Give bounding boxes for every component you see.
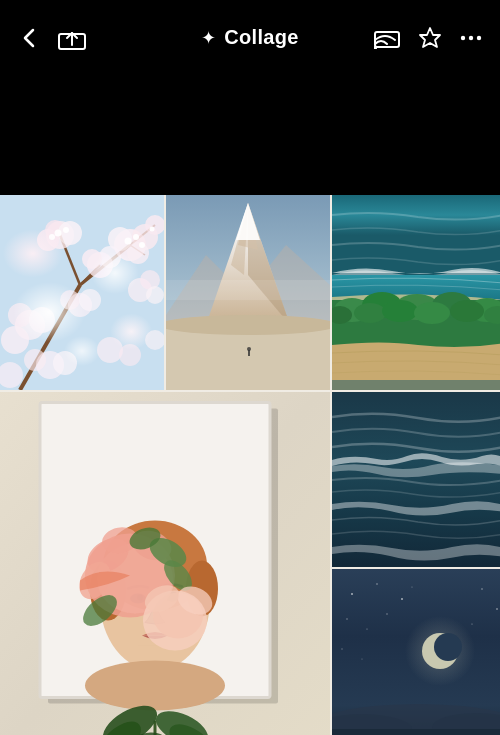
svg-point-83 <box>85 661 225 711</box>
svg-point-30 <box>1 326 29 354</box>
collage-cell-cherry-blossoms[interactable] <box>0 195 164 390</box>
svg-point-50 <box>150 227 155 232</box>
svg-point-43 <box>145 330 164 350</box>
svg-point-75 <box>450 300 484 322</box>
svg-point-34 <box>128 278 152 302</box>
svg-point-113 <box>351 593 353 595</box>
collage-cell-snowy-mountain[interactable] <box>166 195 330 390</box>
svg-point-122 <box>411 586 412 587</box>
page-title: Collage <box>224 26 298 49</box>
star-button[interactable] <box>418 26 442 50</box>
svg-point-115 <box>401 598 403 600</box>
svg-point-117 <box>366 628 367 629</box>
svg-rect-77 <box>332 380 500 390</box>
svg-point-120 <box>496 608 498 610</box>
cast-button[interactable] <box>374 27 400 49</box>
svg-point-119 <box>481 588 483 590</box>
svg-rect-62 <box>166 280 330 300</box>
sparkle-icon: ✦ <box>201 27 216 49</box>
svg-point-114 <box>376 583 378 585</box>
svg-point-27 <box>15 310 45 340</box>
upload-button[interactable] <box>58 26 86 50</box>
svg-point-39 <box>53 351 77 375</box>
svg-rect-8 <box>0 195 164 390</box>
svg-point-74 <box>414 302 450 324</box>
svg-line-14 <box>130 245 145 255</box>
svg-point-123 <box>341 648 343 650</box>
svg-point-59 <box>166 315 330 335</box>
svg-point-31 <box>68 293 92 317</box>
top-bar-left <box>18 26 86 50</box>
svg-point-22 <box>127 242 149 264</box>
svg-point-29 <box>29 307 55 333</box>
svg-point-49 <box>139 242 145 248</box>
svg-point-124 <box>361 658 362 659</box>
top-bar-right <box>374 26 482 50</box>
svg-point-21 <box>108 227 132 251</box>
collage-cell-portrait-artwork[interactable] <box>0 392 330 735</box>
svg-point-47 <box>125 238 132 245</box>
svg-point-41 <box>97 337 123 363</box>
svg-point-18 <box>37 229 59 251</box>
svg-point-17 <box>58 221 82 245</box>
back-button[interactable] <box>18 27 40 49</box>
svg-line-11 <box>60 235 80 285</box>
svg-line-13 <box>130 225 155 245</box>
svg-point-19 <box>114 229 146 261</box>
svg-rect-131 <box>332 729 500 735</box>
svg-point-37 <box>36 351 64 379</box>
svg-point-7 <box>477 35 481 39</box>
svg-point-44 <box>55 230 62 237</box>
svg-point-72 <box>354 303 386 323</box>
svg-point-32 <box>60 290 80 310</box>
svg-point-26 <box>82 249 102 269</box>
svg-point-48 <box>133 234 139 240</box>
collage-cell-night-sky[interactable] <box>332 569 500 735</box>
collage-cell-ocean-waves[interactable] <box>332 392 500 567</box>
svg-point-23 <box>145 215 164 235</box>
svg-point-28 <box>8 303 32 327</box>
svg-point-25 <box>99 246 121 268</box>
collage-cell-aerial-beach[interactable] <box>332 195 500 390</box>
svg-point-15 <box>46 221 74 249</box>
more-button[interactable] <box>460 35 482 41</box>
svg-point-61 <box>247 347 251 351</box>
svg-point-20 <box>132 224 158 250</box>
svg-rect-63 <box>332 195 500 275</box>
svg-point-46 <box>49 234 55 240</box>
collage-grid <box>0 195 500 735</box>
svg-point-5 <box>461 35 465 39</box>
svg-point-16 <box>45 220 65 240</box>
svg-point-33 <box>79 289 101 311</box>
svg-line-9 <box>20 285 80 390</box>
top-bar-center: ✦ Collage <box>201 26 298 49</box>
svg-point-40 <box>0 362 23 388</box>
svg-point-116 <box>346 618 348 620</box>
svg-point-73 <box>382 300 418 322</box>
svg-point-35 <box>140 270 160 290</box>
svg-point-42 <box>119 344 141 366</box>
svg-point-118 <box>386 613 388 615</box>
black-gap <box>0 75 500 195</box>
top-bar: ✦ Collage <box>0 0 500 75</box>
svg-point-45 <box>63 227 69 233</box>
svg-point-127 <box>434 633 462 661</box>
svg-point-24 <box>87 252 113 278</box>
svg-marker-4 <box>420 28 440 47</box>
svg-point-6 <box>469 35 473 39</box>
svg-line-10 <box>80 245 130 285</box>
svg-point-36 <box>146 286 164 304</box>
svg-point-121 <box>471 623 472 624</box>
svg-point-38 <box>24 349 46 371</box>
svg-line-12 <box>80 265 100 285</box>
